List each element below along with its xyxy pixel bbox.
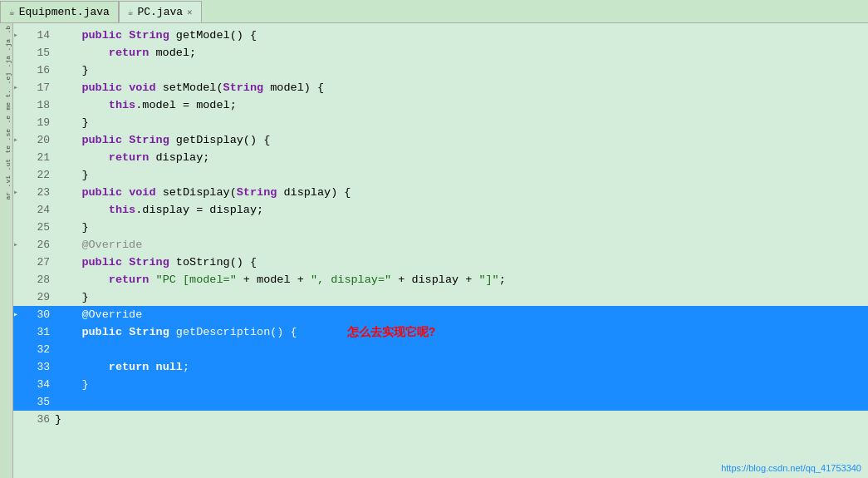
fold-indicator-20[interactable]: ▸ (13, 131, 18, 149)
line-num-30: ▸30 (13, 306, 55, 323)
code-text-14: public String getModel() { (55, 27, 257, 44)
code-line-22: } (55, 166, 868, 184)
line-num-28: 28 (13, 271, 55, 288)
line-num-14: ▸14 (13, 27, 55, 44)
line-num-23: ▸23 (13, 184, 55, 201)
code-text-36: } (55, 411, 61, 428)
code-text-19: } (55, 114, 89, 131)
editor: ☕ Equipment.java ☕ PC.java ✕ .b .ja .ja … (0, 0, 868, 478)
code-text-34: } (55, 376, 89, 393)
fold-indicator-17[interactable]: ▸ (13, 79, 18, 96)
code-line-30: @Override (55, 306, 868, 323)
code-text-31: public String getDescription() { (55, 323, 297, 341)
code-line-17: public void setModel(String model) { (55, 79, 868, 96)
lines-wrapper: ▸141516▸171819▸202122▸232425▸26272829▸30… (13, 23, 868, 478)
code-line-23: public void setDisplay(String display) { (55, 184, 868, 201)
line-num-18: 18 (13, 96, 55, 114)
line-num-16: 16 (13, 62, 55, 79)
code-text-30: @Override (55, 306, 142, 323)
code-text-18: this.model = model; (55, 96, 237, 114)
line-num-33: 33 (13, 358, 55, 376)
tab-equipment-label: Equipment.java (19, 6, 110, 18)
line-num-35: 35 (13, 393, 55, 411)
sidebar-label-12: ar (0, 190, 12, 203)
code-text-25: } (55, 219, 89, 236)
line-num-15: 15 (13, 44, 55, 62)
sidebar-label-10: .ut (0, 156, 12, 173)
code-text-15: return model; (55, 44, 196, 62)
code-line-16: } (55, 62, 868, 79)
sidebar-label-1: .b (0, 23, 12, 37)
line-num-36: 36 (13, 411, 55, 428)
fold-indicator-14[interactable]: ▸ (13, 27, 18, 44)
line-num-19: 19 (13, 114, 55, 131)
code-line-18: this.model = model; (55, 96, 868, 114)
code-line-29: } (55, 288, 868, 306)
sidebar-label-5: t. (0, 87, 12, 101)
line-num-22: 22 (13, 166, 55, 184)
code-line-32 (55, 341, 868, 358)
line-num-32: 32 (13, 341, 55, 358)
code-line-33: return null; (55, 358, 868, 376)
line-num-26: ▸26 (13, 236, 55, 254)
sidebar-label-3: .ja (0, 53, 12, 70)
main-code[interactable]: public String getModel() { return model;… (55, 23, 868, 478)
line-num-24: 24 (13, 201, 55, 219)
sidebar-label-4: .ej (0, 70, 12, 86)
code-text-24: this.display = display; (55, 201, 263, 219)
fold-indicator-30[interactable]: ▸ (13, 306, 18, 323)
sidebar-label-6: me (0, 100, 12, 113)
sidebar-label-9: te (0, 143, 12, 156)
line-num-20: ▸20 (13, 131, 55, 149)
code-line-31: public String getDescription() {怎么去实现它呢? (55, 323, 868, 341)
chinese-note: 怎么去实现它呢? (347, 323, 436, 341)
tab-pc-close[interactable]: ✕ (187, 7, 193, 17)
gutter: ▸141516▸171819▸202122▸232425▸26272829▸30… (13, 23, 55, 478)
watermark: https://blog.csdn.net/qq_41753340 (721, 463, 861, 473)
sidebar-label-8: .se (0, 126, 12, 143)
line-num-31: 31 (13, 323, 55, 341)
code-text-17: public void setModel(String model) { (55, 79, 324, 96)
code-line-36: } (55, 411, 868, 428)
code-text-22: } (55, 166, 89, 184)
code-line-26: @Override (55, 236, 868, 254)
code-text-23: public void setDisplay(String display) { (55, 184, 351, 201)
code-text-26: @Override (55, 236, 142, 254)
code-line-20: public String getDisplay() { (55, 131, 868, 149)
sidebar-label-11: .vi (0, 173, 12, 190)
code-line-27: public String toString() { (55, 254, 868, 271)
code-text-33: return null; (55, 358, 189, 376)
code-text-20: public String getDisplay() { (55, 131, 270, 149)
line-num-34: 34 (13, 376, 55, 393)
code-line-25: } (55, 219, 868, 236)
fold-indicator-23[interactable]: ▸ (13, 184, 18, 201)
code-area: .b .ja .ja .ej t. me .e .se te .ut .vi a… (0, 23, 868, 478)
code-line-14: public String getModel() { (55, 27, 868, 44)
tab-pc[interactable]: ☕ PC.java ✕ (119, 1, 202, 22)
java-icon-equipment: ☕ (9, 7, 15, 17)
code-text-27: public String toString() { (55, 254, 257, 271)
sidebar-label-2: .ja (0, 37, 12, 53)
left-sidebar: .b .ja .ja .ej t. me .e .se te .ut .vi a… (0, 23, 13, 478)
line-num-21: 21 (13, 149, 55, 166)
fold-indicator-26[interactable]: ▸ (13, 236, 18, 254)
java-icon-pc: ☕ (128, 7, 134, 17)
sidebar-label-7: .e (0, 113, 12, 126)
code-line-34: } (55, 376, 868, 393)
code-text-28: return "PC [model=" + model + ", display… (55, 271, 506, 288)
tab-equipment[interactable]: ☕ Equipment.java (0, 1, 119, 22)
tab-bar: ☕ Equipment.java ☕ PC.java ✕ (0, 0, 868, 23)
line-num-17: ▸17 (13, 79, 55, 96)
code-line-35 (55, 393, 868, 411)
line-num-25: 25 (13, 219, 55, 236)
code-line-21: return display; (55, 149, 868, 166)
code-line-15: return model; (55, 44, 868, 62)
code-line-24: this.display = display; (55, 201, 868, 219)
code-text-16: } (55, 62, 89, 79)
code-text-21: return display; (55, 149, 209, 166)
line-num-27: 27 (13, 254, 55, 271)
code-text-29: } (55, 288, 89, 306)
tab-pc-label: PC.java (137, 6, 183, 18)
code-line-19: } (55, 114, 868, 131)
code-line-28: return "PC [model=" + model + ", display… (55, 271, 868, 288)
